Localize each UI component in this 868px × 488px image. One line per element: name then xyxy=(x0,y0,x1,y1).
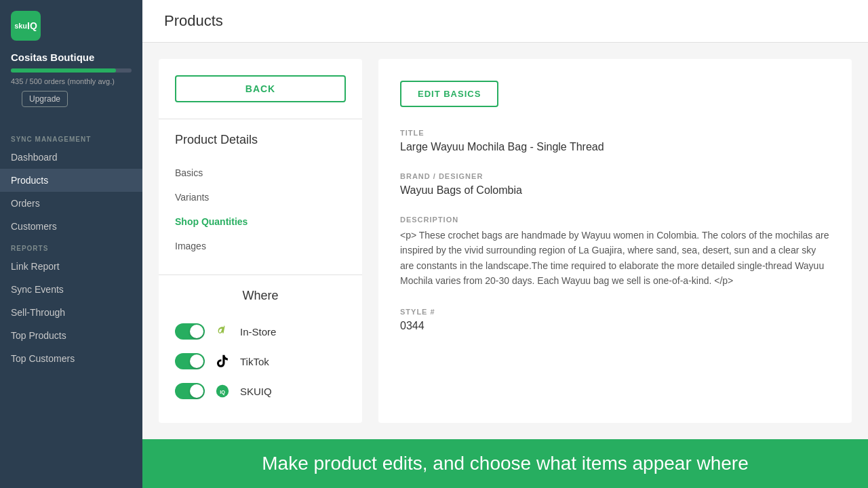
sidebar-item-sync-events[interactable]: Sync Events xyxy=(0,278,142,301)
where-divider xyxy=(159,274,362,275)
tiktok-toggle-knob xyxy=(190,354,203,368)
where-section: Where In-Store TikTok xyxy=(175,274,346,406)
logo-iq: IQ xyxy=(27,20,37,31)
topbar: Products xyxy=(142,0,868,43)
page-title: Products xyxy=(164,12,223,29)
sidebar-item-sell-through[interactable]: Sell-Through xyxy=(0,301,142,324)
svg-text:IQ: IQ xyxy=(220,389,225,395)
divider-1 xyxy=(159,119,362,119)
field-description: DESCRIPTION <p> These crochet bags are h… xyxy=(400,216,830,289)
content-area: BACK Product Details Basics Variants Sho… xyxy=(142,43,868,439)
left-panel: BACK Product Details Basics Variants Sho… xyxy=(159,59,362,423)
sidebar-item-customers[interactable]: Customers xyxy=(0,215,142,238)
nav-variants[interactable]: Variants xyxy=(175,185,346,209)
usage-bar-container xyxy=(0,68,142,75)
sidebar-item-top-customers[interactable]: Top Customers xyxy=(0,347,142,370)
sidebar-item-orders[interactable]: Orders xyxy=(0,192,142,215)
title-value: Large Wayuu Mochila Bag - Single Thread xyxy=(400,141,830,153)
description-label: DESCRIPTION xyxy=(400,216,830,224)
tiktok-toggle[interactable] xyxy=(175,353,205,369)
nav-images[interactable]: Images xyxy=(175,234,346,258)
sidebar: skuIQ Cositas Boutique 435 / 500 orders … xyxy=(0,0,142,488)
description-value: <p> These crochet bags are handmade by W… xyxy=(400,228,830,289)
usage-bar-background xyxy=(11,68,132,73)
in-store-toggle[interactable] xyxy=(175,323,205,340)
sidebar-item-top-products[interactable]: Top Products xyxy=(0,324,142,347)
in-store-label: In-Store xyxy=(240,326,276,338)
shopify-icon xyxy=(213,322,232,341)
store-name: Cositas Boutique xyxy=(0,49,142,68)
edit-basics-button[interactable]: EDIT BASICS xyxy=(400,81,498,107)
logo-badge: skuIQ xyxy=(11,11,41,41)
usage-bar-fill xyxy=(11,68,116,73)
upgrade-button[interactable]: Upgrade xyxy=(22,91,68,107)
nav-shop-quantities[interactable]: Shop Quantities xyxy=(175,209,346,234)
style-value: 0344 xyxy=(400,320,830,332)
bottom-bar: Make product edits, and choose what item… xyxy=(142,439,868,488)
bottom-bar-text: Make product edits, and choose what item… xyxy=(262,453,749,474)
skuiq-toggle-knob xyxy=(190,384,203,398)
tiktok-icon xyxy=(213,352,232,371)
back-button[interactable]: BACK xyxy=(175,75,346,102)
channel-skuiq: IQ SKUIQ xyxy=(175,376,346,406)
skuiq-toggle[interactable] xyxy=(175,383,205,399)
sidebar-item-link-report[interactable]: Link Report xyxy=(0,255,142,278)
channel-tiktok: TikTok xyxy=(175,346,346,376)
sync-management-label: SYNC MANAGEMENT xyxy=(0,129,142,146)
logo-prefix: sku xyxy=(14,22,27,30)
field-title: TITLE Large Wayuu Mochila Bag - Single T… xyxy=(400,129,830,153)
skuiq-channel-icon: IQ xyxy=(213,382,232,401)
brand-label: BRAND / DESIGNER xyxy=(400,172,830,180)
skuiq-label: SKUIQ xyxy=(240,386,272,397)
right-panel: EDIT BASICS TITLE Large Wayuu Mochila Ba… xyxy=(378,59,852,423)
field-brand: BRAND / DESIGNER Wayuu Bags of Colombia xyxy=(400,172,830,197)
product-details-title: Product Details xyxy=(175,133,346,147)
title-label: TITLE xyxy=(400,129,830,137)
nav-basics[interactable]: Basics xyxy=(175,161,346,185)
reports-label: REPORTS xyxy=(0,238,142,255)
style-label: STYLE # xyxy=(400,308,830,316)
brand-value: Wayuu Bags of Colombia xyxy=(400,184,830,197)
logo-area: skuIQ xyxy=(0,0,142,49)
sidebar-item-products[interactable]: Products xyxy=(0,169,142,192)
tiktok-label: TikTok xyxy=(240,356,269,367)
usage-text: 435 / 500 orders (monthly avg.) xyxy=(0,75,142,91)
channel-in-store: In-Store xyxy=(175,317,346,346)
field-style: STYLE # 0344 xyxy=(400,308,830,332)
where-title: Where xyxy=(175,289,346,303)
sidebar-item-dashboard[interactable]: Dashboard xyxy=(0,146,142,169)
in-store-toggle-knob xyxy=(190,325,203,338)
